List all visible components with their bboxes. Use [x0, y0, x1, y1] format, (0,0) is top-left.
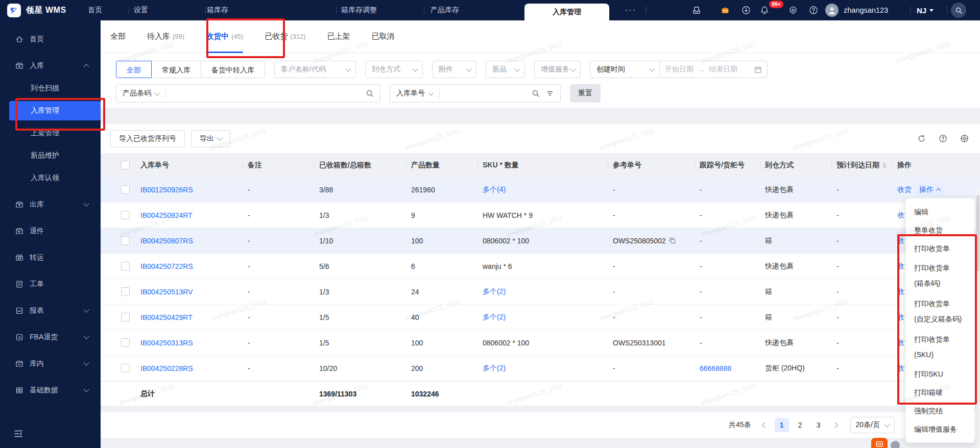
customer-service-widget[interactable]: [871, 438, 888, 448]
inbound-order-link[interactable]: IB001250926RS: [140, 186, 193, 194]
more-tabs-button[interactable]: ···: [625, 0, 636, 20]
type-button-备货中转入库[interactable]: 备货中转入库: [201, 61, 265, 78]
filter-select-增值服务[interactable]: 增值服务: [534, 61, 581, 78]
menu-item-打印收货单[interactable]: 打印收货单: [906, 239, 974, 258]
top-nav-item-1[interactable]: 首页: [88, 0, 102, 20]
top-nav-item-4[interactable]: 箱库存调整: [341, 0, 377, 20]
warehouse-selector[interactable]: NJ: [917, 0, 934, 20]
search-field-select[interactable]: 产品条码: [116, 89, 165, 98]
help-icon[interactable]: [939, 134, 947, 143]
sidebar-item-FBA退货[interactable]: aFBA退货: [0, 328, 101, 347]
print-inbox-icon[interactable]: [691, 5, 702, 15]
top-nav-item-5[interactable]: 产品库存: [431, 0, 459, 20]
sidebar-item-基础数据[interactable]: 基础数据: [0, 381, 101, 400]
user-avatar[interactable]: [825, 4, 839, 17]
prev-page-button[interactable]: [758, 418, 771, 432]
help-icon[interactable]: [808, 5, 819, 15]
sort-icon[interactable]: [882, 162, 887, 168]
sidebar-item-工单[interactable]: 工单: [0, 275, 101, 294]
import-received-serial-button[interactable]: 导入已收货序列号: [110, 130, 185, 147]
tab-已上架[interactable]: 已上架: [327, 20, 350, 53]
column-settings-icon[interactable]: [960, 134, 969, 143]
sidebar-item-报表[interactable]: 报表: [0, 301, 101, 320]
page-tab-active[interactable]: 入库管理: [524, 4, 609, 20]
menu-item-打印收货单[interactable]: 打印收货单 (自定义箱条码): [906, 293, 974, 329]
filter-select-到仓方式[interactable]: 到仓方式: [365, 61, 423, 78]
row-checkbox[interactable]: [121, 262, 130, 270]
row-checkbox[interactable]: [121, 313, 130, 321]
tab-已取消[interactable]: 已取消: [372, 20, 395, 53]
widget-button[interactable]: [891, 441, 900, 448]
page-number-2[interactable]: 2: [793, 418, 807, 432]
global-search-button[interactable]: [951, 3, 966, 18]
time-type-select[interactable]: 创建时间: [590, 61, 660, 78]
menu-item-编辑增值服务[interactable]: 编辑增值服务: [906, 420, 974, 438]
next-page-button[interactable]: [830, 418, 842, 432]
row-checkbox[interactable]: [121, 185, 130, 194]
top-nav-item-3[interactable]: 箱库存: [207, 0, 228, 20]
sidebar-item-入库认领[interactable]: 入库认领: [0, 168, 101, 188]
tab-已收货[interactable]: 已收货(312): [265, 20, 305, 53]
inbound-order-link[interactable]: IB004250722RS: [140, 262, 193, 270]
filter-select-新品[interactable]: 新品: [486, 61, 525, 78]
inbound-order-link[interactable]: IB004250429RT: [140, 313, 193, 321]
row-checkbox[interactable]: [121, 338, 130, 347]
menu-item-打印箱唛[interactable]: 打印箱唛: [906, 383, 974, 402]
copy-icon[interactable]: [669, 237, 676, 244]
search-icon[interactable]: [532, 89, 540, 97]
row-checkbox[interactable]: [121, 287, 130, 296]
tracking-link[interactable]: 66668888: [700, 364, 731, 372]
sku-multiple-link[interactable]: 多个(2): [483, 287, 506, 296]
menu-item-编辑[interactable]: 编辑: [906, 203, 974, 221]
sidebar-item-退件[interactable]: 退件: [0, 221, 101, 241]
ai-robot-icon[interactable]: [720, 5, 730, 15]
tab-全部[interactable]: 全部: [110, 20, 126, 53]
search-field-select[interactable]: 入库单号: [390, 89, 439, 98]
sidebar-item-首页[interactable]: 首页: [0, 30, 101, 49]
menu-item-打印收货单[interactable]: 打印收货单 (箱条码): [906, 258, 974, 293]
notification-bell-icon[interactable]: [759, 5, 770, 15]
page-size-select[interactable]: 20条/页: [850, 417, 895, 433]
inbound-order-link[interactable]: IB004250313RS: [140, 339, 193, 347]
inbound-order-link[interactable]: IB004250513RV: [140, 288, 193, 296]
row-checkbox[interactable]: [121, 211, 130, 219]
select-all-checkbox[interactable]: [121, 161, 130, 169]
sidebar-item-入库管理[interactable]: 入库管理: [9, 101, 101, 120]
row-checkbox[interactable]: [121, 236, 130, 245]
product-barcode-input[interactable]: [166, 85, 360, 102]
menu-item-打印SKU[interactable]: 打印SKU: [906, 365, 974, 383]
refresh-icon[interactable]: [917, 134, 926, 143]
sku-multiple-link[interactable]: 多个(4): [483, 185, 506, 194]
inbound-order-link[interactable]: IB004250807RS: [140, 237, 193, 245]
sidebar-item-新品维护[interactable]: 新品维护: [0, 146, 101, 165]
sku-multiple-link[interactable]: 多个(2): [483, 364, 506, 373]
export-button[interactable]: 导出: [191, 130, 230, 147]
sidebar-item-转运[interactable]: 转运: [0, 248, 101, 267]
page-number-3[interactable]: 3: [811, 418, 826, 432]
sidebar-item-上架管理[interactable]: 上架管理: [0, 123, 101, 143]
menu-item-强制完结[interactable]: 强制完结: [906, 402, 974, 420]
type-button-常规入库[interactable]: 常规入库: [151, 61, 201, 78]
sidebar-item-出库[interactable]: 出库: [0, 195, 101, 214]
inbound-order-link[interactable]: IB004250228RS: [140, 364, 193, 372]
username[interactable]: zhangsan123: [844, 0, 888, 20]
menu-item-打印收货单[interactable]: 打印收货单 (SKU): [906, 329, 974, 365]
page-number-1[interactable]: 1: [775, 418, 789, 432]
filter-select-客户名称/代码[interactable]: 客户名称/代码: [274, 61, 356, 78]
reset-button[interactable]: 重置: [570, 84, 601, 103]
inbound-order-input[interactable]: [440, 85, 525, 102]
inbound-order-link[interactable]: IB004250924RT: [140, 211, 193, 219]
filter-select-附件[interactable]: 附件: [432, 61, 476, 78]
download-icon[interactable]: [741, 5, 751, 15]
settings-gear-icon[interactable]: [788, 5, 798, 15]
tab-收货中[interactable]: 收货中(45): [206, 20, 243, 53]
row-action-dropdown-button[interactable]: 操作: [915, 183, 945, 196]
scrollbar[interactable]: [976, 188, 980, 448]
date-range-picker[interactable]: 开始日期 → 结束日期: [660, 61, 768, 78]
sku-multiple-link[interactable]: 多个(2): [483, 313, 506, 322]
filter-list-icon[interactable]: [546, 89, 554, 97]
menu-item-整单收货[interactable]: 整单收货: [906, 221, 974, 239]
type-button-全部[interactable]: 全部: [116, 61, 152, 78]
sidebar-collapse-icon[interactable]: [13, 429, 23, 439]
sidebar-item-入库[interactable]: 入库: [0, 56, 101, 76]
